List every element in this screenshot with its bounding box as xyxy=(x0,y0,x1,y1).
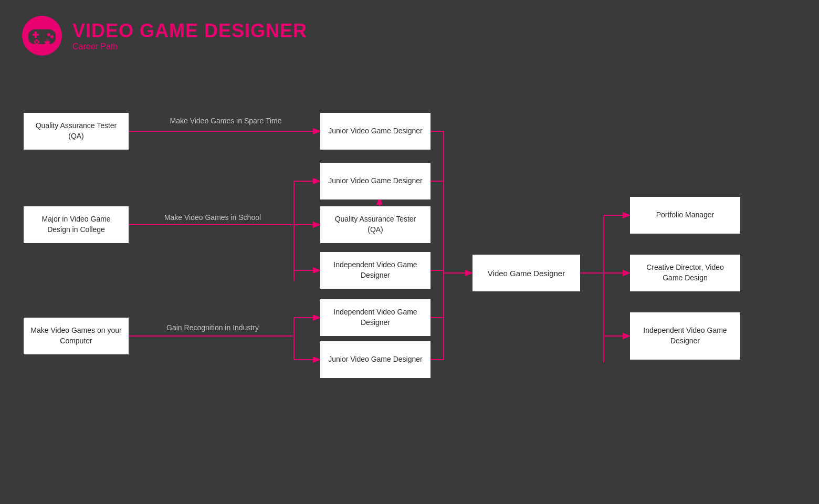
make-computer-box: Make Video Games on your Computer xyxy=(24,318,129,354)
in-school-label: Make Video Games in School xyxy=(134,213,291,222)
portfolio-manager-box: Portfolio Manager xyxy=(630,197,740,234)
svg-point-12 xyxy=(48,40,50,41)
svg-point-10 xyxy=(45,40,47,41)
indie-mid-box: Independent Video Game Designer xyxy=(320,252,430,289)
svg-rect-3 xyxy=(35,32,37,38)
svg-point-11 xyxy=(47,40,48,41)
video-game-designer-box: Video Game Designer xyxy=(472,255,580,291)
indie-bottom-box: Independent Video Game Designer xyxy=(320,299,430,336)
junior-top-box: Junior Video Game Designer xyxy=(320,113,430,150)
svg-point-4 xyxy=(47,33,50,36)
qa-mid-box: Quality Assurance Tester (QA) xyxy=(320,206,430,243)
indie-right-box: Independent Video Game Designer xyxy=(630,312,740,360)
qa-tester-box: Quality Assurance Tester (QA) xyxy=(24,113,129,150)
junior-mid-box: Junior Video Game Designer xyxy=(320,163,430,200)
career-diagram: Quality Assurance Tester (QA) Major in V… xyxy=(0,79,819,499)
junior-bottom-box: Junior Video Game Designer xyxy=(320,341,430,378)
page-subtitle: Career Path xyxy=(72,42,307,51)
spare-time-label: Make Video Games in Spare Time xyxy=(134,117,318,125)
major-college-box: Major in Video Game Design in College xyxy=(24,206,129,243)
header: VIDEO GAME DESIGNER Career Path xyxy=(0,0,819,71)
svg-point-5 xyxy=(50,35,54,38)
creative-director-box: Creative Director, Video Game Design xyxy=(630,255,740,291)
logo-icon xyxy=(21,15,63,57)
page-title: VIDEO GAME DESIGNER xyxy=(72,20,307,42)
header-text: VIDEO GAME DESIGNER Career Path xyxy=(72,20,307,51)
gain-recognition-label: Gain Recognition in Industry xyxy=(134,323,291,332)
